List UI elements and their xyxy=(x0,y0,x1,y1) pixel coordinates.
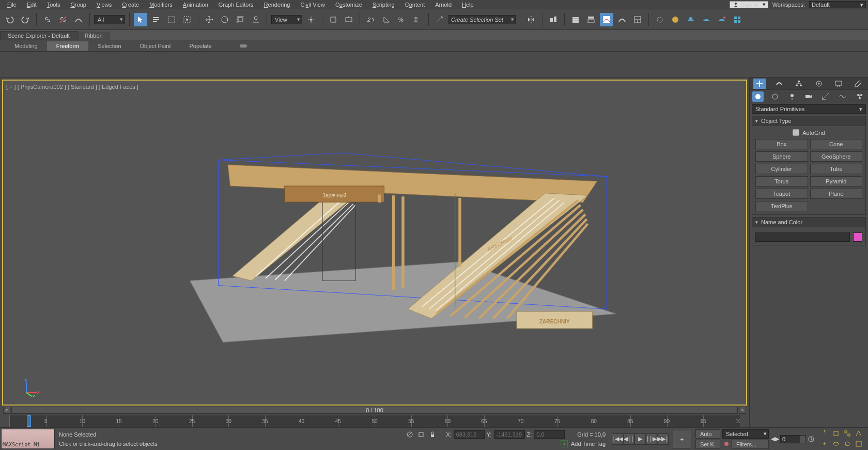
primitive-category-dropdown[interactable]: Standard Primitives xyxy=(752,104,866,114)
name-color-header[interactable]: Name and Color xyxy=(752,217,866,227)
menu-arnold[interactable]: Arnold xyxy=(430,2,457,8)
align-button[interactable] xyxy=(547,13,560,26)
selection-filter-dropdown[interactable]: All xyxy=(94,15,125,24)
torus-button[interactable]: Torus xyxy=(755,176,808,187)
next-frame-button[interactable]: ∣∣▶ xyxy=(646,433,657,445)
goto-end-button[interactable]: ▶▶∣ xyxy=(657,433,669,445)
undo-button[interactable] xyxy=(3,13,17,26)
maximize-viewport-button[interactable] xyxy=(855,440,863,448)
menu-file[interactable]: File xyxy=(2,2,22,8)
hierarchy-tab[interactable] xyxy=(793,79,805,89)
menu-rendering[interactable]: Rendering xyxy=(259,2,296,8)
prev-frame-button[interactable]: ◀∣∣ xyxy=(623,433,634,445)
menu-animation[interactable]: Animation xyxy=(178,2,213,8)
toggle-ribbon-button[interactable] xyxy=(584,13,598,26)
object-name-input[interactable] xyxy=(755,232,850,242)
x-coord-input[interactable]: 683,916 xyxy=(454,430,485,439)
material-editor-button[interactable] xyxy=(631,13,644,26)
menu-tools[interactable]: Tools xyxy=(42,2,66,8)
time-config-icon[interactable] xyxy=(807,435,815,443)
sign-in-button[interactable]: Sign In xyxy=(730,1,768,8)
timeline-ruler[interactable]: 5101520253035404550556065707580859095100 xyxy=(9,415,740,427)
autogrid-checkbox[interactable]: AutoGrid xyxy=(755,129,862,136)
orbit-view-button[interactable] xyxy=(832,440,840,448)
textplus-button[interactable]: TextPlus xyxy=(755,201,808,211)
tab-scene-explorer[interactable]: Scene Explorer - Default xyxy=(0,31,78,40)
mirror-button[interactable] xyxy=(524,13,538,26)
box-button[interactable]: Box xyxy=(755,139,808,149)
isolate-icon[interactable] xyxy=(417,430,425,439)
subtab-freeform[interactable]: Freeform xyxy=(47,41,89,51)
helpers-icon[interactable] xyxy=(820,91,831,102)
percent-snap-button[interactable]: % xyxy=(395,13,409,26)
angle-snap-button[interactable] xyxy=(380,13,393,26)
object-type-header[interactable]: Object Type xyxy=(752,116,866,126)
lock-icon[interactable] xyxy=(428,430,437,439)
cylinder-button[interactable]: Cylinder xyxy=(755,164,808,174)
workspace-dropdown[interactable]: Default xyxy=(809,1,866,8)
auto-key-button[interactable]: Auto xyxy=(695,429,720,439)
ribbon-toggle-icon[interactable] xyxy=(237,39,250,53)
pivot-button[interactable] xyxy=(304,13,318,26)
placement-button[interactable] xyxy=(249,13,262,26)
viewport[interactable]: [ + ] [ PhysCamera002 ] [ Standard ] [ E… xyxy=(2,80,747,406)
zoom-extents-button[interactable] xyxy=(832,429,840,438)
modify-tab[interactable] xyxy=(773,79,785,89)
selection-set-input[interactable]: Create Selection Set xyxy=(448,15,516,24)
render-setup-button[interactable] xyxy=(653,13,667,26)
spinner-snap-button[interactable] xyxy=(411,13,424,26)
object-color-swatch[interactable] xyxy=(853,232,862,242)
subtab-populate[interactable]: Populate xyxy=(180,41,221,51)
select-button[interactable] xyxy=(134,13,147,26)
render-activesh-button[interactable] xyxy=(715,13,729,26)
set-key-large-button[interactable]: + xyxy=(673,430,691,448)
layer-explorer-button[interactable] xyxy=(569,13,582,26)
manipulate-button[interactable] xyxy=(327,13,340,26)
subtab-objectpaint[interactable]: Object Paint xyxy=(131,41,180,51)
display-tab[interactable] xyxy=(832,79,845,89)
cameras-icon[interactable] xyxy=(803,91,814,102)
subtab-selection[interactable]: Selection xyxy=(88,41,130,51)
utilities-tab[interactable] xyxy=(852,79,864,89)
scale-button[interactable] xyxy=(234,13,247,26)
shapes-icon[interactable] xyxy=(769,91,781,102)
set-key-button[interactable]: Set K. xyxy=(695,440,720,449)
pan-view-button[interactable] xyxy=(820,429,829,438)
curve-editor-button[interactable] xyxy=(600,13,613,26)
cone-button[interactable]: Cone xyxy=(810,139,863,149)
menu-scripting[interactable]: Scripting xyxy=(367,2,400,8)
key-filters-button[interactable]: Filters... xyxy=(732,440,769,449)
add-time-tag[interactable]: + Add Time Tag xyxy=(561,440,606,447)
systems-icon[interactable] xyxy=(854,91,865,102)
edit-selection-set-button[interactable] xyxy=(433,13,446,26)
window-crossing-button[interactable] xyxy=(180,13,194,26)
key-filter-icon[interactable] xyxy=(722,440,731,448)
sphere-button[interactable]: Sphere xyxy=(755,151,808,162)
rotate-button[interactable] xyxy=(218,13,231,26)
create-tab[interactable] xyxy=(753,79,766,89)
menu-customize[interactable]: Customize xyxy=(330,2,367,8)
maxscript-listener[interactable]: MAXScript Mi xyxy=(1,429,55,449)
schematic-view-button[interactable] xyxy=(615,13,629,26)
snap-2d-button[interactable]: 2 xyxy=(364,13,378,26)
lights-icon[interactable] xyxy=(786,91,798,102)
redo-button[interactable] xyxy=(19,13,32,26)
subtab-modeling[interactable]: Modeling xyxy=(5,41,47,51)
menu-grapheditors[interactable]: Graph Editors xyxy=(213,2,259,8)
render-iterative-button[interactable] xyxy=(700,13,713,26)
menu-create[interactable]: Create xyxy=(117,2,144,8)
tab-ribbon[interactable]: Ribbon xyxy=(78,32,110,40)
timeline-cursor[interactable] xyxy=(27,415,31,427)
bind-button[interactable] xyxy=(72,13,85,26)
plane-button[interactable]: Plane xyxy=(810,189,863,199)
pan-button[interactable] xyxy=(820,440,829,448)
tube-button[interactable]: Tube xyxy=(810,164,863,174)
spacewarps-icon[interactable] xyxy=(837,91,848,102)
z-coord-input[interactable]: 0,0 xyxy=(534,430,565,439)
select-name-button[interactable] xyxy=(149,13,163,26)
menu-edit[interactable]: Edit xyxy=(22,2,42,8)
ref-coord-dropdown[interactable]: View xyxy=(271,15,302,24)
menu-modifiers[interactable]: Modifiers xyxy=(144,2,178,8)
key-target-dropdown[interactable]: Selected xyxy=(722,429,769,439)
keyboard-shortcut-button[interactable] xyxy=(342,13,355,26)
